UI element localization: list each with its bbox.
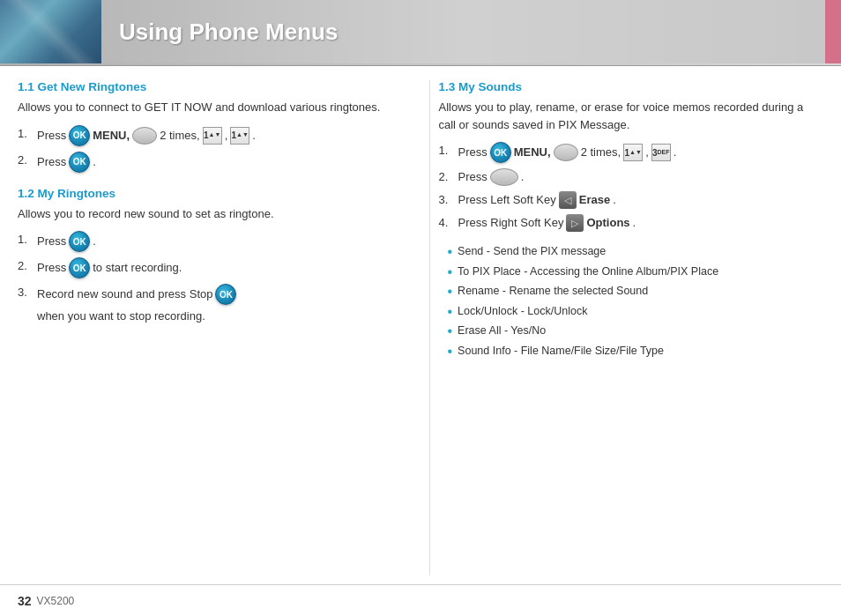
step-content: Press OK . [37, 152, 96, 173]
step-text-end: to start recording. [93, 259, 182, 277]
menu-label: MENU, [514, 144, 551, 161]
section-1-2-title: 1.2 My Ringtones [18, 187, 403, 200]
step-1-2-3: 3. Record new sound and press Stop OK wh… [18, 284, 403, 325]
step-text: Press Right Soft Key [458, 214, 564, 232]
step-content: Press Left Soft Key ◁ Erase . [458, 191, 616, 209]
page-footer: 32 VX5200 [0, 584, 841, 616]
step-content: Press OK . [37, 231, 96, 252]
header-accent-bar [825, 0, 841, 63]
ok-button: OK [69, 125, 90, 146]
step-number: 1. [439, 142, 458, 160]
left-column: 1.1 Get New Ringtones Allows you to conn… [18, 80, 412, 575]
ok-button: OK [490, 142, 511, 163]
options-bullet-list: • Send - Send the PIX message • To PIX P… [448, 244, 824, 360]
step-1-3-4: 4. Press Right Soft Key ▷ Options . [439, 214, 824, 232]
bullet-dot: • [448, 284, 453, 300]
key-2: 3DEF [651, 144, 671, 161]
bullet-dot: • [448, 244, 453, 260]
step-text: Record new sound and press Stop [37, 286, 212, 303]
bullet-text: Erase All - Yes/No [458, 323, 546, 339]
section-1-3-steps: 1. Press OK MENU, 2 times, 1▲▼ , 3DEF . … [439, 142, 824, 232]
key-1: 1▲▼ [623, 144, 643, 161]
bullet-item-rename: • Rename - Rename the selected Sound [448, 284, 824, 300]
key-2: 1▲▼ [230, 127, 249, 145]
step-text: Press Left Soft Key [458, 191, 556, 209]
left-soft-key-icon: ◁ [559, 191, 577, 209]
section-1-1-steps: 1. Press OK MENU, 2 times, 1▲▼ , 1▲▼ . 2… [18, 125, 403, 173]
step-1-3-3: 3. Press Left Soft Key ◁ Erase . [439, 191, 824, 209]
step-1-1-2: 2. Press OK . [18, 152, 403, 173]
times-text: 2 times, [160, 127, 200, 145]
key-1: 1▲▼ [203, 127, 222, 145]
header-image [0, 0, 101, 63]
comma: , [225, 127, 228, 145]
erase-label: Erase [579, 191, 610, 209]
oval-key [490, 168, 518, 186]
period: . [633, 214, 636, 232]
step-1-2-2: 2. Press OK to start recording. [18, 257, 403, 278]
bullet-item-erase-all: • Erase All - Yes/No [448, 323, 824, 339]
main-content: 1.1 Get New Ringtones Allows you to conn… [0, 66, 841, 584]
bullet-text: Sound Info - File Name/File Size/File Ty… [458, 344, 664, 360]
section-1-2-steps: 1. Press OK . 2. Press OK to start recor… [18, 231, 403, 325]
section-1-3: 1.3 My Sounds Allows you to play, rename… [439, 80, 824, 360]
step-content: Press OK to start recording. [37, 257, 182, 278]
step-number: 3. [18, 284, 37, 301]
section-1-1: 1.1 Get New Ringtones Allows you to conn… [18, 80, 403, 173]
ok-button: OK [69, 231, 90, 252]
step-1-3-1: 1. Press OK MENU, 2 times, 1▲▼ , 3DEF . [439, 142, 824, 163]
section-1-3-title: 1.3 My Sounds [439, 80, 824, 93]
step-number: 2. [439, 168, 458, 186]
header-image-decoration [0, 0, 101, 63]
step-1-3-2: 2. Press . [439, 168, 824, 186]
section-1-3-desc: Allows you to play, rename, or erase for… [439, 99, 824, 133]
page-title: Using Phone Menus [119, 19, 338, 46]
step-text: Press [37, 233, 66, 250]
header-title-area: Using Phone Menus [101, 0, 825, 63]
bullet-item-lock: • Lock/Unlock - Lock/Unlock [448, 304, 824, 320]
period: . [93, 153, 96, 171]
step-content: Press OK MENU, 2 times, 1▲▼ , 1▲▼ . [37, 125, 256, 146]
times-text: 2 times, [581, 144, 621, 161]
bullet-text: Send - Send the PIX message [458, 244, 606, 260]
step-1-1-1: 1. Press OK MENU, 2 times, 1▲▼ , 1▲▼ . [18, 125, 403, 146]
ok-button: OK [69, 257, 90, 278]
step-content: Press . [458, 168, 525, 186]
period: . [252, 127, 256, 145]
step-number: 1. [18, 125, 37, 143]
step-text: Press [458, 168, 487, 186]
step-content: Record new sound and press Stop OK when … [37, 284, 403, 325]
bullet-dot: • [448, 304, 453, 320]
step-text: Press [37, 127, 66, 145]
step-content: Press OK MENU, 2 times, 1▲▼ , 3DEF . [458, 142, 677, 163]
step-text-end: when you want to stop recording. [37, 308, 205, 325]
menu-label: MENU, [93, 127, 130, 145]
section-1-1-title: 1.1 Get New Ringtones [18, 80, 403, 93]
bullet-text: Rename - Rename the selected Sound [458, 284, 648, 300]
step-number: 3. [439, 191, 458, 209]
section-1-2: 1.2 My Ringtones Allows you to record ne… [18, 187, 403, 325]
step-number: 4. [439, 214, 458, 232]
step-number: 2. [18, 152, 37, 169]
section-1-2-desc: Allows you to record new sound to set as… [18, 205, 403, 223]
page-header: Using Phone Menus [0, 0, 841, 63]
options-label: Options [586, 214, 629, 232]
step-text: Press [37, 259, 66, 277]
bullet-item-send: • Send - Send the PIX message [448, 244, 824, 260]
oval-key [554, 144, 578, 161]
bullet-text: To PIX Place - Accessing the Online Albu… [458, 264, 718, 280]
period: . [521, 168, 525, 186]
bullet-dot: • [448, 323, 453, 339]
step-content: Press Right Soft Key ▷ Options . [458, 214, 636, 232]
step-text: Press [458, 144, 487, 161]
period: . [674, 144, 677, 161]
right-soft-key-icon: ▷ [566, 214, 584, 232]
ok-button: OK [215, 284, 236, 305]
step-1-2-1: 1. Press OK . [18, 231, 403, 252]
oval-key [132, 127, 157, 145]
period: . [613, 191, 616, 209]
ok-button: OK [69, 152, 90, 173]
step-number: 2. [18, 257, 37, 275]
comma: , [645, 144, 649, 161]
bullet-item-pix: • To PIX Place - Accessing the Online Al… [448, 264, 824, 280]
